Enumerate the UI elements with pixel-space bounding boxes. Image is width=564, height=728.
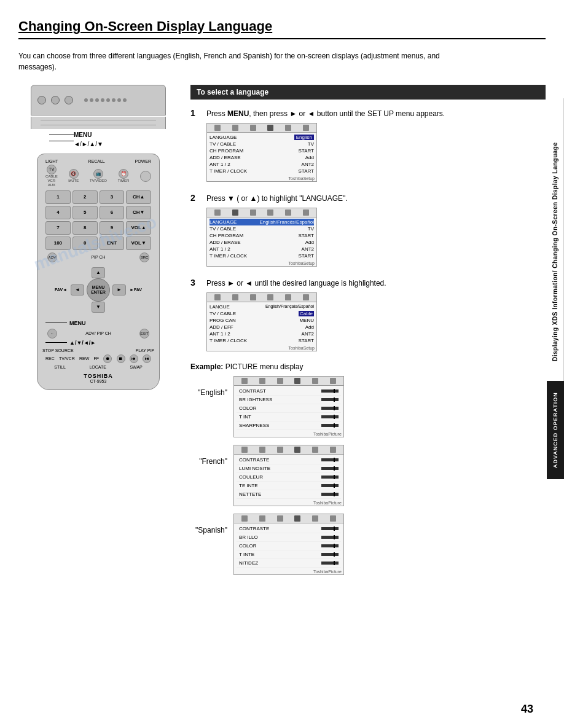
menu-row-ant-3: ANT 1 / 2 ANT2 [210,331,314,337]
menu-row-timer-3: T IMER / CLOCK START [210,337,314,344]
intro-text: You can choose from three different lang… [18,50,448,72]
power-button[interactable] [140,171,151,182]
btn-100[interactable]: 100 [45,237,71,250]
tv-button[interactable]: TV [47,165,57,174]
remote-top-labels: LIGHT RECALL POWER [42,159,154,163]
pic-icon-fr-5 [312,447,318,453]
example-section: Example: PICTURE menu display "English" [190,362,546,575]
menu-screenshot-3: LANGUE English/Français/Español TV / CAB… [206,292,317,351]
pic-icon-en-3 [277,378,283,384]
pointer-line-2 [49,141,74,141]
btn-ch-up[interactable]: CH▲ [126,190,151,204]
luminosite-bar-fr [321,467,339,470]
mute-button[interactable]: 🔇 [69,169,79,179]
dot [101,98,104,102]
nav-down[interactable]: ▼ [92,302,105,313]
remote-body: LIGHT RECALL POWER TV CABLE VCR AUX 🔇 MU… [37,154,160,390]
bar-es-2 [321,536,339,539]
stop-play-row: STOP SOURCE PLAY PIP [42,348,154,353]
pic-footer-es: ToshibaPicture [234,569,343,574]
fav-right-label: ►FAV [130,288,142,292]
tvvideo-button[interactable]: 📺 [93,169,103,179]
remote-lines [31,117,166,129]
adv-btn[interactable]: ADV [47,252,57,262]
page-number: 43 [521,703,533,716]
btn-2[interactable]: 2 [72,190,98,204]
btn-5[interactable]: 5 [72,206,98,219]
pointer-line-1 [49,135,74,135]
pointer-line-3 [45,323,67,323]
bar-es-1 [321,527,339,530]
menu-enter-btn[interactable]: MENUENTER [87,278,110,302]
exit-btn[interactable]: EXIT [139,329,149,339]
menu-header-3 [207,293,316,302]
timer-button[interactable]: ⏰ [119,169,128,179]
btn-6[interactable]: 6 [100,206,125,219]
adv-row: ADV PIP CH SRC [42,252,154,262]
pic-icon-fr-4 [294,447,300,453]
stop-btn[interactable]: ⏹ [117,354,125,363]
menu-icon-6 [303,125,309,131]
couleur-fr: COULEUR [237,473,341,482]
btn-4[interactable]: 4 [45,206,71,219]
power-col [140,171,151,182]
adv-pip-label: ADV/ PIP CH [85,331,111,335]
nav-down-row: ▼ [92,302,105,313]
btn-7[interactable]: 7 [45,221,71,235]
bar-fr-5 [321,493,339,496]
menu-icon-h2-3 [250,209,256,216]
pic-icon-en-5 [312,378,318,384]
contraste-bar-es [321,527,339,530]
rew-btn[interactable]: ⏮ [130,354,138,363]
prev-btn[interactable]: ← [47,329,57,339]
rec-btn[interactable]: ⏺ [103,354,112,363]
tinte-es: T INTE [237,550,341,559]
nav-right[interactable]: ► [112,284,126,296]
sharpness-en: SHARPNESS [237,421,341,430]
teinte-fr: TE INTE [237,482,341,490]
pic-icon-es-1 [241,515,248,522]
source-btn[interactable]: SRC [139,252,149,262]
menu-icon-h3-6 [303,294,309,300]
btn-vol-up[interactable]: VOL▲ [126,221,151,235]
remote-illustration: MENU ◄/►/▲/▼ LIGHT RECALL POWER TV [18,85,178,390]
tinte-bar-es [321,553,339,556]
dot [123,98,127,102]
tvvideo-col: 📺 TV/VIDEO [90,169,107,183]
btn-0[interactable]: 0 [72,237,98,250]
fav-left-label: FAV◄ [55,288,67,292]
menu-row-ch-program: CH PROGRAM START [210,147,314,154]
model-number: CT-9953 [42,379,154,383]
menu-rows-3: LANGUE English/Français/Español TV / CAB… [207,302,316,345]
pic-icon-es-4 [294,515,300,522]
contraste-es: CONTRASTE [237,525,341,533]
vcr-label: VCR [48,179,56,183]
step-1: 1 Press MENU, then press ► or ◄ button u… [190,108,546,182]
btn-9[interactable]: 9 [100,221,125,235]
step-3-content: Press ► or ◄ until the desired language … [206,278,546,351]
btn-3[interactable]: 3 [100,190,125,204]
pic-footer-en: ToshibaPicture [234,431,343,437]
menu-rows-2: LANGUAGE English/Francés/Español TV / CA… [207,217,316,260]
btn-ent[interactable]: ENT [100,237,125,250]
step-1-text: Press MENU, then press ► or ◄ button unt… [206,108,546,119]
pic-icon-fr-3 [277,447,283,453]
brightness-en: BR IGHTNESS [237,396,341,404]
menu-top-label: MENU [74,131,92,138]
btn-1[interactable]: 1 [45,190,71,204]
nav-left[interactable]: ◄ [71,284,84,296]
btn-ch-down[interactable]: CH▼ [126,206,151,219]
dot [117,98,121,102]
menu-icon-2 [232,125,238,131]
btn-8[interactable]: 8 [72,221,98,235]
step-3-text: Press ► or ◄ until the desired language … [206,278,546,289]
arrows-label: ◄/►/▲/▼ [74,141,103,147]
menu-row-timer-2: T IMER / CLOCK START [210,252,314,259]
btn-vol-down[interactable]: VOL▼ [126,237,151,250]
menu-row-timer: T IMER / CLOCK START [210,168,314,174]
nav-up[interactable]: ▲ [92,267,105,278]
still-label: STILL [54,365,66,369]
step-header: To select a language [190,85,546,100]
ff-btn[interactable]: ⏭ [143,354,151,363]
picture-rows-fr: CONTRASTE LUMI NOSITE [234,455,343,500]
